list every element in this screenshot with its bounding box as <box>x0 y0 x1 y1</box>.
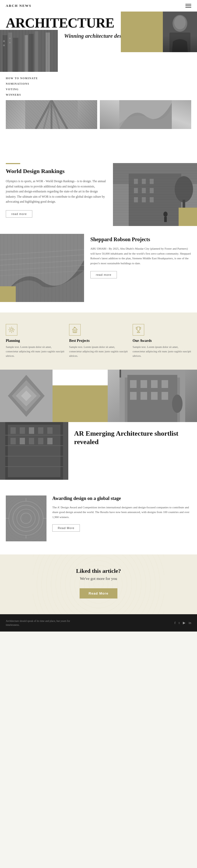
svg-rect-78 <box>10 427 16 434</box>
svg-point-69 <box>172 395 182 413</box>
svg-point-1 <box>173 15 187 32</box>
footer-line-1: Architecture should speak of its time an… <box>6 619 70 622</box>
hero-navigation: HOW TO NOMINATE NOMINATIONS VOTING WINNE… <box>0 72 197 97</box>
wdr-gold-accent <box>178 208 197 226</box>
svg-rect-79 <box>20 427 25 434</box>
svg-point-92 <box>21 513 31 524</box>
wdr-content: World Design Rankings Olympics is to spo… <box>0 163 113 226</box>
svg-rect-30 <box>150 179 154 184</box>
svg-line-42 <box>0 250 84 255</box>
wdr-read-more-button[interactable]: read more <box>6 210 32 218</box>
hero-nav-item-3[interactable]: VOTING <box>6 87 191 92</box>
award-section: Awarding design on a global stage The A'… <box>0 485 197 554</box>
hero-nav-item-2[interactable]: NOMINATIONS <box>6 81 191 87</box>
svg-point-90 <box>13 505 39 531</box>
cta-section: Liked this article? We've got more for y… <box>0 554 197 614</box>
hero-nav-item-4[interactable]: WINNERS <box>6 92 191 97</box>
svg-line-22 <box>52 100 59 129</box>
facebook-icon[interactable]: f <box>174 621 175 625</box>
award-title: Awarding design on a global stage <box>52 495 191 501</box>
svg-rect-80 <box>29 427 34 434</box>
feature-planning-text: Sample text. Lorem ipsum dolor sit amet,… <box>6 345 64 358</box>
svg-rect-2 <box>169 32 191 52</box>
ar-title: AR Emerging Architecture shortlist revea… <box>74 429 191 446</box>
award-content: Awarding design on a global stage The A'… <box>52 495 191 541</box>
header: ARCH NEWS <box>0 0 197 11</box>
svg-rect-27 <box>129 174 181 226</box>
footer-socials: f t ▶ in <box>174 621 191 625</box>
svg-rect-13 <box>46 32 50 72</box>
svg-rect-50 <box>74 331 76 333</box>
svg-rect-86 <box>38 438 43 444</box>
svg-rect-87 <box>47 438 53 444</box>
svg-rect-88 <box>6 495 47 541</box>
svg-line-19 <box>36 100 52 129</box>
svg-rect-35 <box>142 197 146 203</box>
hero-nav-item-1[interactable]: HOW TO NOMINATE <box>6 75 191 81</box>
svg-line-45 <box>0 265 84 271</box>
svg-rect-36 <box>150 197 154 203</box>
svg-rect-84 <box>20 438 25 444</box>
hero-detail-image-2 <box>100 100 191 129</box>
svg-rect-34 <box>134 197 138 203</box>
svg-rect-70 <box>119 370 121 377</box>
svg-point-89 <box>9 501 43 535</box>
svg-line-44 <box>0 260 84 265</box>
sheppard-image-area <box>0 234 84 302</box>
hamburger-menu[interactable] <box>186 4 191 8</box>
hero-gold-decoration <box>121 11 163 52</box>
svg-rect-83 <box>10 438 16 444</box>
svg-rect-66 <box>141 392 147 400</box>
svg-line-23 <box>52 100 67 129</box>
svg-rect-82 <box>47 427 53 434</box>
hero-bottom-images <box>0 100 197 129</box>
hero-section: ARCHITECTURE <box>0 11 197 145</box>
cta-button[interactable]: Read More <box>80 588 117 598</box>
svg-rect-32 <box>142 188 146 193</box>
ar-bottom-image <box>0 422 68 480</box>
svg-point-47 <box>10 329 12 331</box>
svg-rect-62 <box>141 380 147 388</box>
award-read-more-button[interactable]: Read More <box>52 524 80 532</box>
linkedin-icon[interactable]: in <box>189 621 191 625</box>
svg-line-46 <box>0 271 84 276</box>
features-section: Planning Sample text. Lorem ipsum dolor … <box>0 312 197 370</box>
svg-point-91 <box>17 509 35 527</box>
cta-title: Liked this article? <box>6 567 191 575</box>
svg-rect-0 <box>163 11 197 52</box>
svg-rect-28 <box>134 179 138 184</box>
svg-line-43 <box>0 255 84 260</box>
youtube-icon[interactable]: ▶ <box>183 621 186 625</box>
ar-image-left <box>0 370 53 422</box>
spacer-1 <box>0 145 197 153</box>
cta-subtitle: We've got more for you <box>6 577 191 581</box>
awards-icon <box>133 324 144 336</box>
feature-best-title: Best Projects <box>69 339 128 343</box>
svg-rect-6 <box>8 32 12 72</box>
best-projects-icon <box>69 324 81 336</box>
svg-rect-40 <box>164 217 167 222</box>
feature-best-projects: Best Projects Sample text. Lorem ipsum d… <box>69 324 128 358</box>
site-logo: ARCH NEWS <box>6 4 31 8</box>
award-image <box>6 495 47 541</box>
wdr-gold-bar <box>6 163 20 164</box>
planning-icon <box>6 324 17 336</box>
svg-rect-33 <box>150 188 154 193</box>
award-body: The A' Design Award and Competition invi… <box>52 505 191 520</box>
sheppard-read-more-button[interactable]: read more <box>90 271 117 278</box>
wdr-title: World Design Rankings <box>6 168 107 175</box>
twitter-icon[interactable]: t <box>178 621 180 625</box>
svg-rect-8 <box>20 30 24 72</box>
ar-image-right <box>108 370 197 422</box>
svg-rect-10 <box>29 34 34 72</box>
svg-rect-65 <box>130 392 137 400</box>
feature-best-text: Sample text. Lorem ipsum dolor sit amet,… <box>69 345 128 358</box>
svg-line-20 <box>44 100 52 129</box>
footer-line-2: timelessness. <box>6 623 20 626</box>
svg-rect-15 <box>3 44 5 46</box>
ar-bottom-text: AR Emerging Architecture shortlist revea… <box>68 422 197 480</box>
svg-rect-7 <box>13 38 19 72</box>
svg-rect-16 <box>9 38 10 39</box>
svg-rect-67 <box>151 392 158 400</box>
svg-rect-18 <box>25 100 78 129</box>
